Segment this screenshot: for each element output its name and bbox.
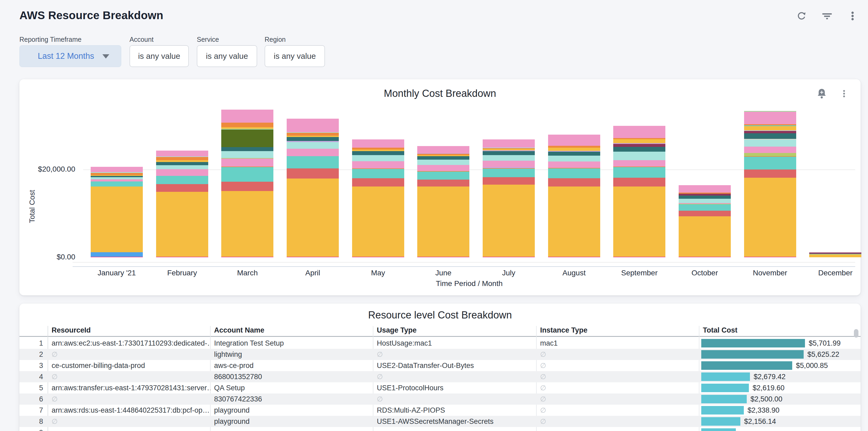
reporting-timeframe-value: Last 12 Months [20, 51, 94, 61]
table-cell: ∅ [48, 349, 210, 360]
column-header-total-cost[interactable]: Total Cost [699, 326, 737, 334]
total-cost-bar [701, 395, 747, 403]
table-row[interactable]: 8∅playgroundUSE1-AWSSecretsManager-Secre… [20, 416, 861, 427]
total-cost-value: $2,338.90 [747, 405, 779, 416]
table-row[interactable]: 9 [20, 427, 861, 431]
table-cell: mac1 [536, 338, 699, 349]
total-cost-bar [701, 350, 804, 359]
filter-label-account: Account [129, 36, 153, 43]
column-header-usage-type[interactable]: Usage Type [373, 326, 417, 334]
bar-segment-red [417, 180, 469, 186]
dashboard-toolbar [796, 10, 859, 22]
bar-segment-red [156, 184, 208, 192]
table-row[interactable]: 5arn:aws:transfer:us-east-1:479370281431… [20, 382, 861, 394]
refresh-icon[interactable] [796, 10, 807, 22]
bar-segment-magenta [352, 257, 404, 257]
y-tick-20000: $20,000.00 [23, 165, 75, 174]
bar-segment-teal [221, 167, 273, 181]
table-row[interactable]: 6∅830767422336∅∅$2,500.00 [20, 394, 861, 405]
chart-title: Monthly Cost Breakdown [20, 88, 861, 99]
bar-segment-pink [156, 169, 208, 176]
stacked-bar-june[interactable] [417, 146, 469, 257]
stacked-bar-december[interactable] [809, 252, 861, 257]
x-axis-line [72, 262, 855, 263]
stacked-bar-october[interactable] [679, 185, 731, 257]
bar-segment-paleTeal [352, 155, 404, 161]
total-cost-value: $5,000.85 [796, 360, 828, 371]
total-cost-value: $2,500.00 [750, 394, 782, 405]
bar-segment-teal [483, 169, 535, 177]
stacked-bar-september[interactable] [613, 126, 665, 257]
table-row[interactable]: 4∅868001352780∅∅$2,679.42 [20, 371, 861, 382]
bar-segment-paleTeal [156, 165, 208, 169]
region-filter-value: is any value [274, 52, 316, 61]
y-axis-title: Total Cost [28, 177, 36, 236]
bar-segment-pink [287, 119, 339, 132]
stacked-bar-march[interactable] [221, 110, 273, 257]
bar-segment-orange [352, 148, 404, 150]
column-header-instance-type[interactable]: Instance Type [536, 326, 587, 334]
stacked-bar-may[interactable] [352, 140, 404, 257]
table-cell [373, 427, 536, 431]
chart-more-options-icon[interactable] [838, 88, 850, 99]
bar-segment-amber [417, 186, 469, 257]
column-header-resourceid[interactable]: ResourceId [48, 326, 91, 334]
filter-icon[interactable] [821, 10, 833, 22]
row-number: 4 [20, 371, 48, 382]
x-tick-label: January '21 [84, 269, 150, 277]
bar-segment-teal [744, 157, 796, 170]
table-row[interactable]: 7arn:aws:rds:us-east-1:448640225317:db:p… [20, 405, 861, 416]
table-scrollbar-thumb[interactable] [854, 329, 859, 338]
filter-label-region: Region [265, 36, 286, 43]
total-cost-value: $5,701.99 [809, 338, 841, 349]
table-row[interactable]: 2∅lightwing∅∅$5,625.22 [20, 349, 861, 360]
region-filter-button[interactable]: is any value [265, 45, 325, 67]
table-header-row: ResourceId Account Name Usage Type Insta… [20, 325, 861, 337]
account-filter-button[interactable]: is any value [129, 45, 189, 67]
stacked-bar-august[interactable] [548, 134, 600, 257]
bar-segment-amber [221, 191, 273, 257]
reporting-timeframe-dropdown[interactable]: Last 12 Months [20, 45, 121, 67]
table-cell: 868001352780 [210, 371, 373, 382]
row-number: 6 [20, 394, 48, 405]
stacked-bar-november[interactable] [744, 111, 796, 257]
table-cell: aws-ce-prod [210, 360, 373, 371]
table-cell: ∅ [536, 382, 699, 394]
row-number: 5 [20, 382, 48, 394]
bar-segment-darkTeal [221, 147, 273, 151]
alert-bell-icon[interactable] [816, 88, 828, 99]
bar-segment-amber [352, 186, 404, 257]
table-cell: arn:aws:rds:us-east-1:448640225317:db:pc… [48, 405, 210, 416]
bar-segment-pink [744, 112, 796, 124]
bar-segment-darkTeal [679, 195, 731, 199]
table-cell: RDS:Multi-AZ-PIOPS [373, 405, 536, 416]
row-number: 3 [20, 360, 48, 371]
bar-segment-magenta [156, 257, 208, 257]
table-cell: ∅ [48, 371, 210, 382]
bar-segment-pink [613, 126, 665, 138]
bar-segment-pink [221, 110, 273, 123]
bar-segment-teal [613, 167, 665, 178]
table-cell: playground [210, 405, 373, 416]
bar-segment-magenta [548, 257, 600, 257]
column-header-account-name[interactable]: Account Name [210, 326, 264, 334]
more-options-icon[interactable] [847, 10, 859, 22]
table-cell: ∅ [536, 349, 699, 360]
bar-segment-amber [613, 186, 665, 257]
stacked-bar-february[interactable] [156, 151, 208, 257]
stacked-bar-january-21[interactable] [91, 167, 143, 257]
table-row[interactable]: 1arn:aws:ec2:us-east-1:733017110293:dedi… [20, 338, 861, 349]
table-cell [48, 427, 210, 431]
bar-segment-amber [156, 160, 208, 162]
table-row[interactable]: 3ce-customer-billing-data-prodaws-ce-pro… [20, 360, 861, 371]
monthly-cost-chart-card: Monthly Cost Breakdown Total Cost $20,00… [20, 79, 861, 295]
table-cell [210, 427, 373, 431]
bar-segment-teal [548, 168, 600, 178]
x-tick-label: July [476, 269, 541, 277]
table-cell: USE2-DataTransfer-Out-Bytes [373, 360, 536, 371]
service-filter-button[interactable]: is any value [197, 45, 257, 67]
bar-segment-magenta [613, 257, 665, 257]
bar-segment-teal [156, 176, 208, 184]
stacked-bar-july[interactable] [483, 140, 535, 257]
stacked-bar-april[interactable] [287, 119, 339, 257]
